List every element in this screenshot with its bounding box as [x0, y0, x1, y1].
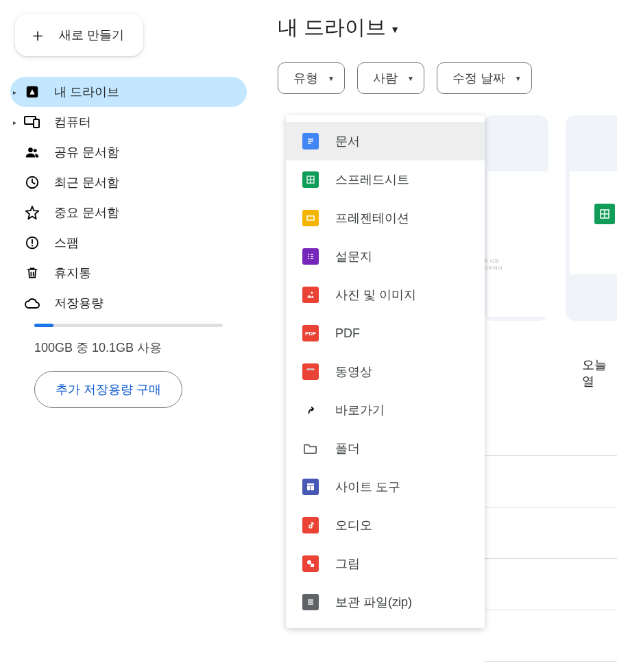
plus-icon: ＋ — [29, 26, 47, 44]
dropdown-label: 사진 및 이미지 — [335, 287, 416, 303]
nav-label: 저장용량 — [54, 295, 104, 311]
dropdown-item-archive[interactable]: 보관 파일(zip) — [286, 583, 485, 621]
sidebar: ＋ 새로 만들기 ▸ 내 드라이브 ▸ 컴퓨터 공유 문서함 — [0, 0, 257, 408]
nav-label: 최근 문서함 — [54, 174, 119, 191]
list-row[interactable] — [485, 507, 617, 559]
svg-rect-26 — [307, 486, 310, 490]
filter-people[interactable]: 사람 ▼ — [357, 62, 424, 94]
svg-point-23 — [311, 292, 313, 294]
svg-point-3 — [28, 147, 33, 152]
type-dropdown: 문서 스프레드시트 프레젠테이션 설문지 사진 및 이미지 — [286, 115, 485, 628]
dropdown-item-video[interactable]: 동영상 — [286, 352, 485, 391]
list-row[interactable] — [485, 559, 617, 610]
nav-item-spam[interactable]: 스팸 — [10, 228, 247, 258]
forms-icon — [302, 248, 319, 265]
filter-modified[interactable]: 수정 날짜 ▼ — [437, 62, 532, 94]
file-card[interactable] — [483, 115, 548, 321]
nav-item-shared[interactable]: 공유 문서함 — [10, 137, 247, 167]
dropdown-label: 폴더 — [335, 440, 360, 457]
docs-icon — [302, 133, 319, 149]
storage-text: 100GB 중 10.1GB 사용 — [34, 339, 223, 356]
nav-item-starred[interactable]: 중요 문서함 — [10, 197, 247, 228]
filter-label: 유형 — [293, 70, 318, 86]
trash-icon — [24, 265, 40, 281]
caret-down-icon: ▼ — [328, 75, 335, 82]
svg-point-19 — [308, 256, 309, 257]
sheets-icon — [594, 204, 615, 224]
dropdown-label: 바로가기 — [335, 402, 385, 418]
dropdown-label: 오디오 — [335, 517, 372, 533]
storage-section: 100GB 중 10.1GB 사용 추가 저장용량 구매 — [0, 318, 257, 408]
file-list — [485, 405, 617, 662]
dropdown-label: 문서 — [335, 133, 360, 149]
dropdown-item-shortcut[interactable]: 바로가기 — [286, 391, 485, 429]
dropdown-item-sites[interactable]: 사이트 도구 — [286, 468, 485, 506]
svg-rect-2 — [34, 119, 39, 128]
audio-icon — [302, 517, 319, 533]
sites-icon — [302, 479, 319, 495]
dropdown-label: PDF — [335, 326, 360, 341]
nav-label: 스팸 — [54, 235, 79, 251]
star-icon — [24, 204, 40, 221]
dropdown-item-sheets[interactable]: 스프레드시트 — [286, 160, 485, 199]
list-row[interactable] — [485, 405, 617, 456]
nav-label: 중요 문서함 — [54, 204, 119, 221]
file-preview-text: 사이에서 — [483, 265, 503, 271]
image-icon — [302, 287, 319, 303]
dropdown-item-audio[interactable]: 오디오 — [286, 506, 485, 544]
svg-rect-27 — [311, 486, 314, 490]
filter-label: 수정 날짜 — [452, 70, 505, 86]
dropdown-item-images[interactable]: 사진 및 이미지 — [286, 276, 485, 314]
nav-label: 공유 문서함 — [54, 144, 119, 160]
svg-rect-24 — [307, 370, 314, 375]
dropdown-item-drawings[interactable]: 그림 — [286, 544, 485, 583]
svg-point-21 — [308, 258, 309, 259]
dropdown-label: 프레젠테이션 — [335, 210, 409, 226]
nav-label: 휴지통 — [54, 265, 91, 281]
dropdown-label: 설문지 — [335, 248, 372, 265]
svg-rect-29 — [311, 564, 314, 567]
dropdown-label: 그림 — [335, 555, 360, 572]
list-row[interactable] — [485, 610, 617, 662]
drive-icon — [24, 84, 40, 100]
caret-down-icon: ▼ — [390, 24, 400, 35]
cloud-icon — [24, 295, 40, 311]
nav-item-storage[interactable]: 저장용량 — [10, 288, 247, 318]
nav-item-my-drive[interactable]: ▸ 내 드라이브 — [10, 77, 247, 107]
sheets-icon — [302, 171, 319, 188]
drawings-icon — [302, 555, 319, 572]
page-title-text: 내 드라이브 — [278, 14, 386, 42]
folder-icon — [302, 440, 319, 457]
new-button[interactable]: ＋ 새로 만들기 — [15, 14, 143, 56]
caret-down-icon: ▼ — [515, 75, 522, 82]
nav-item-computers[interactable]: ▸ 컴퓨터 — [10, 107, 247, 137]
dropdown-label: 보관 파일(zip) — [335, 594, 412, 610]
nav-item-recent[interactable]: 최근 문서함 — [10, 167, 247, 197]
dropdown-item-docs[interactable]: 문서 — [286, 122, 485, 160]
filter-type[interactable]: 유형 ▼ — [278, 62, 345, 94]
svg-rect-25 — [307, 483, 314, 485]
svg-point-4 — [34, 149, 37, 152]
buy-storage-button[interactable]: 추가 저장용량 구매 — [34, 371, 182, 408]
file-preview — [487, 171, 548, 317]
dropdown-item-folder[interactable]: 폴더 — [286, 429, 485, 468]
list-row[interactable] — [485, 456, 617, 507]
dropdown-label: 스프레드시트 — [335, 171, 409, 188]
file-card-label: 오늘 열 — [582, 357, 617, 389]
dropdown-item-pdf[interactable]: PDF PDF — [286, 314, 485, 352]
nav-item-trash[interactable]: 휴지통 — [10, 258, 247, 288]
pdf-icon: PDF — [302, 325, 319, 341]
devices-icon — [24, 114, 40, 130]
file-preview-text: 된 사과 — [483, 258, 499, 264]
video-icon — [302, 363, 319, 380]
caret-down-icon: ▼ — [407, 75, 414, 82]
page-title[interactable]: 내 드라이브 ▼ — [278, 14, 617, 42]
archive-icon — [302, 594, 319, 610]
storage-bar-fill — [34, 324, 53, 327]
svg-point-17 — [308, 254, 309, 255]
nav-label: 컴퓨터 — [54, 114, 91, 130]
dropdown-item-slides[interactable]: 프레젠테이션 — [286, 199, 485, 237]
main-content: 내 드라이브 ▼ 유형 ▼ 사람 ▼ 수정 날짜 ▼ 된 사과 사이에서 — [278, 14, 617, 115]
shortcut-icon — [302, 402, 319, 418]
dropdown-item-forms[interactable]: 설문지 — [286, 237, 485, 276]
